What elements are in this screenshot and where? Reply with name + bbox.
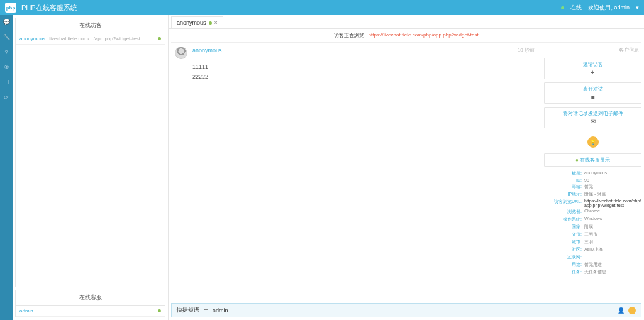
visitor-url-bar: 访客正在浏览: https://livechat.tiele.com/php/a… [171, 29, 641, 43]
visitor-name: anonymous [19, 36, 45, 41]
info-value: 暂无 [584, 184, 641, 190]
plus-icon: + [547, 69, 638, 76]
right-panel-tab[interactable]: 客户信息 [544, 45, 641, 55]
tab-label: anonymous [177, 19, 206, 26]
info-key: IP地址: [544, 191, 582, 197]
info-value: 三明 [584, 239, 641, 245]
info-key: 城市: [544, 239, 582, 245]
message-text: 11111 [175, 62, 535, 72]
chat-icon[interactable]: 💬 [3, 19, 9, 25]
visitor-avatar [175, 47, 187, 59]
help-icon[interactable]: ? [3, 49, 9, 55]
info-key: ID: [544, 178, 582, 182]
info-value: 98 [584, 178, 641, 182]
info-row: 操作系统:Windows [544, 216, 641, 223]
tab-status-dot [209, 21, 212, 25]
info-row: 互联网: [544, 253, 641, 261]
info-key: 省份: [544, 231, 582, 238]
message-text: 22222 [175, 72, 535, 82]
info-row: ID:98 [544, 177, 641, 183]
info-row: 城市:三明 [544, 238, 641, 246]
info-value: 三明市 [584, 231, 641, 238]
chat-tab[interactable]: anonymous × [171, 16, 223, 28]
agent-name: admin [19, 308, 33, 314]
url-bar-link[interactable]: https://livechat.tiele.com/php/app.php?w… [369, 32, 479, 39]
leave-chat-button[interactable]: 离开对话 ■ [544, 82, 641, 104]
emoji-icon[interactable] [628, 307, 636, 314]
folder-icon[interactable]: 🗀 [203, 307, 209, 314]
info-row: 用途:暂无用途 [544, 261, 641, 268]
info-value: 暂无用途 [584, 262, 641, 268]
info-key: 标题: [544, 170, 582, 177]
refresh-icon[interactable]: ⟳ [3, 94, 9, 101]
chat-tabs: anonymous × [169, 15, 644, 29]
info-key: 用途: [544, 262, 582, 268]
info-row: 时区:Asia/上海 [544, 246, 641, 253]
agent-row[interactable]: admin [16, 306, 165, 317]
info-value: 无任务信息 [584, 269, 641, 275]
wrench-icon[interactable]: 🔧 [3, 34, 9, 40]
files-icon[interactable]: ❐ [3, 79, 9, 86]
lightbulb-icon: 💡 [587, 136, 599, 148]
user-menu-chevron[interactable]: ▾ [636, 4, 639, 11]
right-info-panel: 客户信息 邀请访客 + 离开对话 ■ 将对话记录发送到电子邮件 ✉ [541, 43, 644, 301]
url-bar-label: 访客正在浏览: [334, 32, 365, 39]
info-key: 国家: [544, 224, 582, 230]
info-row: 标题:anonymous [544, 170, 641, 177]
info-value: anonymous [584, 170, 641, 177]
messages-area: anonymous 10 秒前 11111 22222 [169, 43, 541, 301]
info-row: 省份:三明市 [544, 231, 641, 238]
message-sender: anonymous [192, 47, 222, 53]
info-key: 访客浏览URL: [544, 199, 582, 207]
message-time: 10 秒前 [518, 47, 535, 53]
info-row: 访客浏览URL:https://livechat.tiele.com/php/a… [544, 198, 641, 208]
info-value: Chrome [584, 209, 641, 215]
quick-reply-label: 快捷短语 [177, 306, 199, 314]
quick-reply-bar[interactable]: 快捷短语 🗀 admin 👤 [171, 303, 641, 317]
info-value: Asia/上海 [584, 246, 641, 253]
quick-reply-folder[interactable]: admin [213, 307, 228, 314]
info-value: Windows [584, 216, 641, 223]
info-row: 邮箱:暂无 [544, 183, 641, 190]
info-row: 国家:附属 [544, 223, 641, 231]
visitor-row[interactable]: anonymous livechat.tiele.com/.../app.php… [16, 33, 165, 45]
nav-sidebar: 💬 🔧 ? 👁 ❐ ⟳ [0, 15, 13, 320]
center-panel: anonymous × 访客正在浏览: https://livechat.tie… [169, 15, 644, 320]
agents-header: 在线客服 [16, 290, 165, 306]
status-label[interactable]: 在线 [570, 4, 582, 12]
welcome-text: 欢迎使用, admin [588, 4, 630, 12]
info-key: 邮箱: [544, 184, 582, 190]
top-header: php PHP在线客服系统 在线 欢迎使用, admin ▾ [0, 0, 644, 15]
visitors-header: 在线访客 [16, 18, 165, 33]
send-email-button[interactable]: 将对话记录发送到电子邮件 ✉ [544, 107, 641, 128]
invite-visitor-button[interactable]: 邀请访客 + [544, 58, 641, 79]
info-value: 附属 - 附属 [584, 191, 641, 197]
app-title: PHP在线客服系统 [21, 3, 561, 13]
info-key: 任务: [544, 269, 582, 275]
info-row: 浏览器:Chrome [544, 208, 641, 216]
info-value: 附属 [584, 224, 641, 230]
leave-icon: ■ [547, 94, 638, 101]
status-online-dot [561, 6, 564, 9]
visitor-url: livechat.tiele.com/.../app.php?widget-te… [49, 36, 158, 41]
info-row: IP地址:附属 - 附属 [544, 190, 641, 198]
eye-icon[interactable]: 👁 [3, 64, 9, 70]
visitor-online-dot [158, 37, 161, 40]
display-note-button[interactable]: ● 在线客服显示 [544, 153, 641, 167]
visitor-info-list: 标题:anonymousID:98邮箱:暂无IP地址:附属 - 附属访客浏览UR… [544, 170, 641, 276]
info-key: 操作系统: [544, 216, 582, 223]
mail-icon: ✉ [547, 118, 638, 125]
info-key: 浏览器: [544, 209, 582, 215]
info-row: 任务:无任务信息 [544, 268, 641, 276]
agent-online-dot [158, 309, 161, 312]
app-logo: php [5, 3, 16, 13]
info-key: 互联网: [544, 254, 582, 260]
info-key: 时区: [544, 246, 582, 253]
user-icon[interactable]: 👤 [617, 307, 625, 314]
left-panel: 在线访客 anonymous livechat.tiele.com/.../ap… [13, 15, 169, 320]
tab-close-icon[interactable]: × [214, 19, 218, 26]
info-value [584, 254, 641, 260]
info-value: https://livechat.tiele.com/php/app.php?w… [584, 199, 641, 207]
